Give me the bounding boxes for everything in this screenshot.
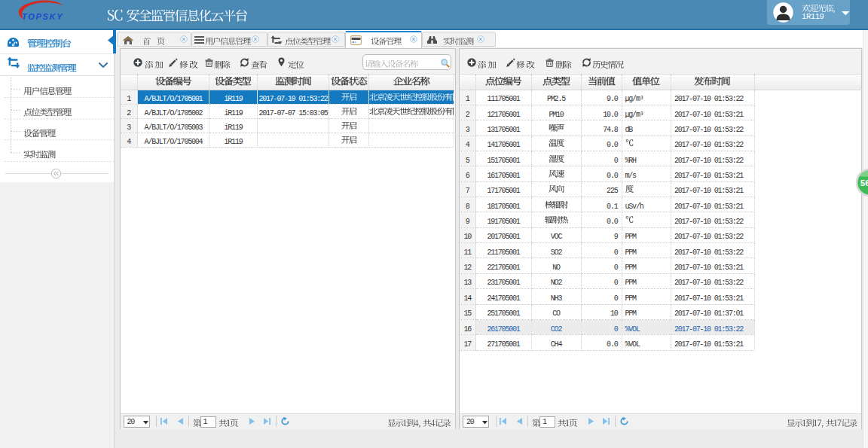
svg-text:56: 56 bbox=[860, 178, 868, 187]
